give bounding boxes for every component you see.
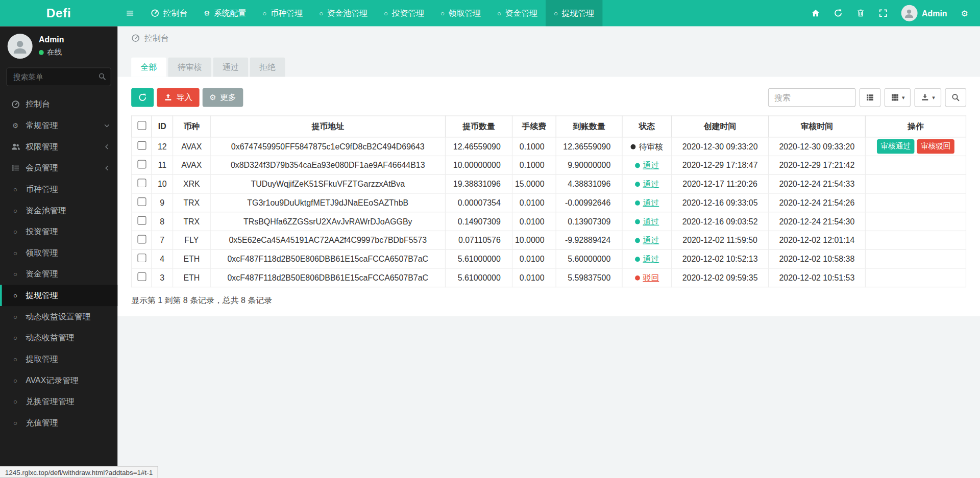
sidebar-item[interactable]: ○ 提现管理 — [0, 285, 117, 306]
reject-button[interactable]: 审核驳回 — [917, 139, 954, 154]
status-badge: 通过 — [634, 216, 659, 227]
sidebar-item[interactable]: ○ 提取管理 — [0, 348, 117, 370]
cell-status: 驳回 — [622, 268, 672, 287]
cell-status: 通过 — [622, 212, 672, 231]
table-row[interactable]: 11 AVAX 0x8D324f3D79b354caEa93e080DF1ae9… — [132, 156, 966, 175]
row-checkbox[interactable] — [137, 216, 146, 225]
view-toggle-button[interactable] — [860, 88, 881, 107]
row-checkbox[interactable] — [137, 179, 146, 187]
sidebar-item[interactable]: ○ 资金池管理 — [0, 200, 117, 221]
refresh-icon[interactable] — [827, 0, 849, 26]
sidebar-search-input[interactable] — [6, 67, 111, 86]
cell-status: 通过 — [622, 193, 672, 212]
column-header[interactable]: 状态 — [622, 116, 672, 137]
import-button[interactable]: 导入 — [157, 88, 199, 107]
topnav-item[interactable]: ○ 资金管理 — [489, 0, 546, 26]
search-icon — [98, 72, 106, 81]
cell-review-time: 2020-12-29 17:21:42 — [769, 156, 866, 175]
sidebar-item[interactable]: ○ 资金管理 — [0, 264, 117, 285]
caret-down-icon: ▾ — [932, 94, 935, 100]
column-header[interactable]: 币种 — [173, 116, 210, 137]
column-header[interactable]: 操作 — [865, 116, 966, 137]
table-row[interactable]: 4 ETH 0xcF487F118d2B50E806DBB61E15caFCCA… — [132, 249, 966, 268]
topnav-item[interactable]: ⚙ 系统配置 — [195, 0, 254, 26]
row-checkbox[interactable] — [137, 272, 146, 281]
user-menu[interactable]: Admin — [894, 5, 954, 21]
tab[interactable]: 全部 — [131, 58, 166, 77]
table-row[interactable]: 12 AVAX 0x6747459950FF5847875c1eC9fD8cB2… — [132, 137, 966, 156]
sidebar-toggle-button[interactable] — [117, 0, 142, 26]
export-button[interactable]: ▾ — [915, 88, 941, 107]
table-row[interactable]: 3 ETH 0xcF487F118d2B50E806DBB61E15caFCCA… — [132, 268, 966, 287]
status-dot-icon — [634, 182, 640, 187]
cell-actions — [865, 268, 966, 287]
topnav-item-label: 币种管理 — [271, 8, 303, 19]
sidebar-item[interactable]: ○ 币种管理 — [0, 179, 117, 200]
topnav-item[interactable]: ○ 领取管理 — [432, 0, 489, 26]
sidebar-item[interactable]: ○ 领取管理 — [0, 242, 117, 264]
menu-item-label: 投资管理 — [26, 226, 58, 237]
th-list-icon — [866, 93, 874, 102]
topnav-item[interactable]: ○ 资金池管理 — [311, 0, 376, 26]
row-checkbox[interactable] — [137, 197, 146, 206]
sidebar-item[interactable]: ○ AVAX记录管理 — [0, 370, 117, 391]
sidebar-item[interactable]: ○ 动态收益管理 — [0, 328, 117, 349]
column-header[interactable]: 手续费 — [512, 116, 556, 137]
menu-item-icon: ○ — [11, 207, 20, 214]
sidebar-item[interactable]: ○ 充值管理 — [0, 412, 117, 434]
settings-gears-icon[interactable]: ⚙ — [954, 0, 975, 26]
cell-id: 7 — [152, 231, 173, 249]
grid-icon — [891, 93, 899, 102]
cell-id: 8 — [152, 212, 173, 231]
sidebar-item[interactable]: 权限管理 — [0, 136, 117, 158]
tab[interactable]: 通过 — [213, 58, 249, 77]
approve-button[interactable]: 审核通过 — [877, 139, 914, 154]
select-all-checkbox[interactable] — [137, 121, 146, 130]
topnav-item[interactable]: 控制台 — [142, 0, 195, 26]
table-search-input[interactable] — [768, 88, 855, 107]
brand-logo: Defi — [0, 0, 117, 26]
column-header[interactable]: 提币地址 — [210, 116, 445, 137]
column-header[interactable]: ID — [152, 116, 173, 137]
row-select-cell — [132, 231, 152, 249]
sidebar-item[interactable]: ○ 动态收益设置管理 — [0, 306, 117, 328]
select-all-cell — [132, 116, 152, 137]
more-button[interactable]: ⚙ 更多 — [203, 88, 243, 107]
sidebar-item[interactable]: 会员管理 — [0, 158, 117, 179]
cell-actions — [865, 156, 966, 175]
refresh-button[interactable] — [131, 88, 154, 107]
home-icon[interactable] — [804, 0, 827, 26]
topnav-item[interactable]: ○ 投资管理 — [376, 0, 432, 26]
cell-actions — [865, 212, 966, 231]
trash-icon[interactable] — [849, 0, 872, 26]
row-checkbox[interactable] — [137, 160, 146, 168]
sidebar-item[interactable]: ○ 投资管理 — [0, 221, 117, 242]
table-row[interactable]: 8 TRX TRsBQHfa6ZZGSsrU2XAvJvRAWrDJoAGGBy… — [132, 212, 966, 231]
column-header[interactable]: 提币数量 — [445, 116, 512, 137]
topnav-item[interactable]: ○ 币种管理 — [254, 0, 311, 26]
tab[interactable]: 待审核 — [168, 58, 211, 77]
fullscreen-icon[interactable] — [872, 0, 894, 26]
topnav-item-icon: ○ — [554, 10, 558, 16]
sidebar-item[interactable]: ⚙ 常规管理 — [0, 115, 117, 136]
column-header[interactable]: 审核时间 — [769, 116, 866, 137]
tab[interactable]: 拒绝 — [250, 58, 285, 77]
table-row[interactable]: 7 FLY 0x5E62eCa45A45191AC72AA2f4C9997bc7… — [132, 231, 966, 249]
table-row[interactable]: 10 XRK TUDuyWqjifZeK51SFkuVFZTGarzzxAtBv… — [132, 174, 966, 193]
sidebar-item[interactable]: ○ 兑换管理管理 — [0, 391, 117, 413]
search-toggle-button[interactable] — [945, 88, 966, 107]
row-checkbox[interactable] — [137, 254, 146, 262]
column-header[interactable]: 到账数量 — [556, 116, 622, 137]
columns-button[interactable]: ▾ — [885, 88, 911, 107]
sidebar-item[interactable]: 控制台 — [0, 94, 117, 115]
row-checkbox[interactable] — [137, 235, 146, 243]
menu-item-icon: ○ — [11, 377, 20, 384]
topnav-item[interactable]: ○ 提现管理 — [546, 0, 602, 26]
table-row[interactable]: 9 TRX TG3r1ou9DuUktgfMETJ9dJNaEEoSAZThbB… — [132, 193, 966, 212]
cell-created-time: 2020-12-02 11:59:50 — [672, 231, 769, 249]
column-header[interactable]: 创建时间 — [672, 116, 769, 137]
cell-created-time: 2020-12-17 11:20:26 — [672, 174, 769, 193]
menu-item-icon: ○ — [11, 419, 20, 426]
row-checkbox[interactable] — [137, 141, 146, 150]
menu-item-icon: ○ — [11, 356, 20, 362]
